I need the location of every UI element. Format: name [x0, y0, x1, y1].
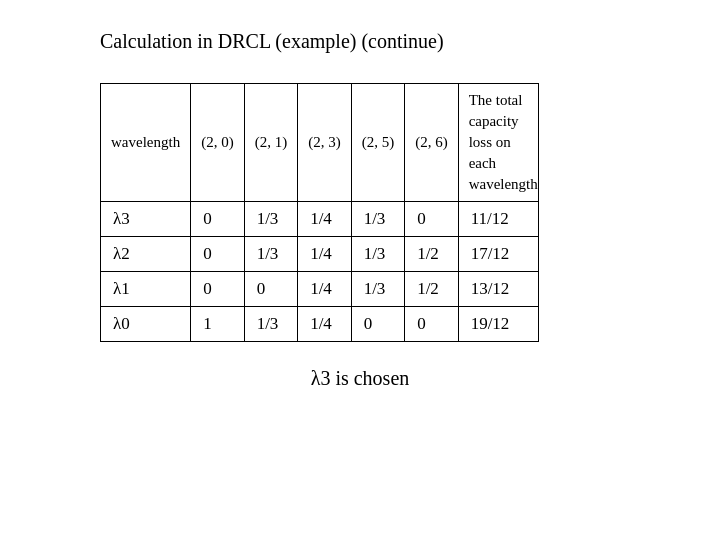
- table-row: λ0 1 1/3 1/4 0 0 19/12: [101, 307, 539, 342]
- cell-2-4: 1/2: [405, 272, 459, 307]
- cell-2-2: 1/4: [298, 272, 352, 307]
- cell-1-5: 17/12: [458, 237, 538, 272]
- page-title: Calculation in DRCL (example) (continue): [100, 30, 444, 53]
- cell-1-2: 1/4: [298, 237, 352, 272]
- col-23-header: (2, 3): [298, 84, 352, 202]
- cell-3-1: 1/3: [244, 307, 298, 342]
- col-total-header: The total capacity loss on each waveleng…: [458, 84, 538, 202]
- col-wavelength-header: wavelength: [101, 84, 191, 202]
- cell-2-0: 0: [191, 272, 245, 307]
- cell-0-4: 0: [405, 202, 459, 237]
- cell-2-5: 13/12: [458, 272, 538, 307]
- wavelength-cell-0: λ3: [101, 202, 191, 237]
- wavelength-cell-2: λ1: [101, 272, 191, 307]
- col-21-header: (2, 1): [244, 84, 298, 202]
- cell-3-5: 19/12: [458, 307, 538, 342]
- wavelength-cell-1: λ2: [101, 237, 191, 272]
- cell-1-3: 1/3: [351, 237, 405, 272]
- col-26-header: (2, 6): [405, 84, 459, 202]
- cell-2-1: 0: [244, 272, 298, 307]
- cell-0-5: 11/12: [458, 202, 538, 237]
- cell-0-3: 1/3: [351, 202, 405, 237]
- table-row: λ1 0 0 1/4 1/3 1/2 13/12: [101, 272, 539, 307]
- cell-2-3: 1/3: [351, 272, 405, 307]
- cell-0-0: 0: [191, 202, 245, 237]
- col-20-header: (2, 0): [191, 84, 245, 202]
- cell-1-1: 1/3: [244, 237, 298, 272]
- drcl-table: wavelength (2, 0) (2, 1) (2, 3) (2, 5) (…: [100, 83, 539, 342]
- cell-0-1: 1/3: [244, 202, 298, 237]
- cell-3-4: 0: [405, 307, 459, 342]
- table-header-row: wavelength (2, 0) (2, 1) (2, 3) (2, 5) (…: [101, 84, 539, 202]
- main-table-container: wavelength (2, 0) (2, 1) (2, 3) (2, 5) (…: [100, 83, 539, 342]
- wavelength-cell-3: λ0: [101, 307, 191, 342]
- footer-text: λ3 is chosen: [311, 367, 410, 390]
- cell-1-4: 1/2: [405, 237, 459, 272]
- cell-3-2: 1/4: [298, 307, 352, 342]
- cell-0-2: 1/4: [298, 202, 352, 237]
- cell-3-0: 1: [191, 307, 245, 342]
- cell-1-0: 0: [191, 237, 245, 272]
- cell-3-3: 0: [351, 307, 405, 342]
- table-row: λ2 0 1/3 1/4 1/3 1/2 17/12: [101, 237, 539, 272]
- table-row: λ3 0 1/3 1/4 1/3 0 11/12: [101, 202, 539, 237]
- col-25-header: (2, 5): [351, 84, 405, 202]
